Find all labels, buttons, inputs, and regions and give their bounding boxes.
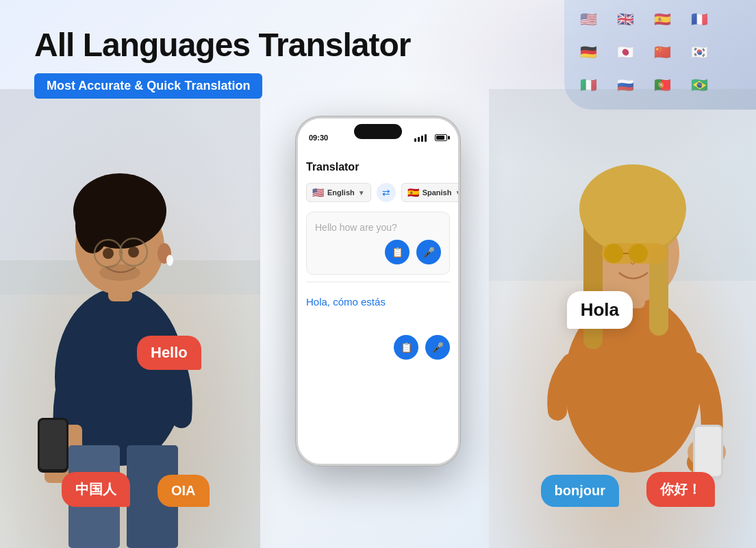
bubble-oia: OIA	[158, 475, 210, 507]
svg-point-18	[166, 255, 173, 266]
target-flag: 🇪🇸	[407, 187, 419, 198]
output-actions: 📋 🎤	[306, 335, 450, 360]
bubble-nihao: 你好！	[646, 472, 715, 507]
source-lang-label: English	[327, 188, 355, 197]
source-dropdown-icon: ▼	[358, 189, 365, 197]
svg-rect-17	[40, 420, 66, 469]
phone-mockup: 09:30 Translator 🇺🇸	[296, 116, 460, 466]
bubble-hola: Hola	[567, 291, 633, 329]
svg-point-29	[579, 164, 686, 253]
header-content: All Languages Translator Most Accurate &…	[34, 27, 410, 99]
target-language-button[interactable]: 🇪🇸 Spanish ▼	[401, 183, 460, 202]
input-text: Hello how are you?	[315, 222, 441, 233]
bubble-chinese: 中国人	[62, 472, 130, 507]
flag-fr: 🇫🇷	[682, 7, 716, 31]
flag-kr: 🇰🇷	[682, 40, 716, 64]
bubble-bonjour: bonjour	[541, 475, 619, 507]
svg-point-7	[75, 199, 110, 253]
translated-text: Hola, cómo estás	[306, 296, 450, 308]
bubble-hello: Hello	[137, 336, 201, 370]
output-area: Hola, cómo estás 📋 🎤	[306, 289, 450, 366]
target-lang-label: Spanish	[423, 188, 452, 197]
phone-time: 09:30	[309, 134, 328, 142]
svg-line-11	[120, 252, 122, 253]
flag-gb: 🇬🇧	[608, 7, 642, 31]
flag-cn: 🇨🇳	[645, 40, 679, 64]
svg-point-13	[128, 247, 139, 258]
swap-languages-button[interactable]: ⇄	[377, 183, 396, 202]
subtitle-badge: Most Accurate & Quick Translation	[34, 73, 262, 99]
input-actions: 📋 🎤	[315, 240, 441, 264]
target-dropdown-icon: ▼	[455, 189, 460, 197]
app-title: Translator	[306, 161, 450, 173]
svg-point-32	[629, 244, 648, 263]
svg-point-31	[604, 244, 623, 263]
svg-rect-36	[695, 427, 721, 476]
speak-translation-button[interactable]: 🎤	[425, 335, 450, 360]
language-bar[interactable]: 🇺🇸 English ▼ ⇄ 🇪🇸 Spanish ▼	[306, 183, 450, 202]
flag-jp: 🇯🇵	[608, 40, 642, 64]
phone-status-icons	[414, 134, 447, 142]
battery-icon	[435, 134, 447, 141]
svg-point-14	[99, 264, 140, 281]
flag-us: 🇺🇸	[571, 7, 605, 31]
copy-translation-button[interactable]: 📋	[394, 335, 418, 360]
main-title: All Languages Translator	[34, 27, 410, 64]
mic-button[interactable]: 🎤	[416, 240, 441, 264]
flag-es: 🇪🇸	[645, 7, 679, 31]
input-area[interactable]: Hello how are you? 📋 🎤	[306, 212, 450, 275]
phone-notch	[354, 124, 402, 139]
source-flag: 🇺🇸	[312, 187, 324, 198]
phone-status-bar: 09:30	[298, 119, 458, 153]
source-language-button[interactable]: 🇺🇸 English ▼	[306, 183, 371, 202]
left-person	[0, 89, 260, 548]
app-screen: Translator 🇺🇸 English ▼ ⇄ 🇪🇸 Spanish ▼ H…	[298, 153, 458, 464]
copy-button[interactable]: 📋	[385, 240, 410, 264]
flag-de: 🇩🇪	[571, 40, 605, 64]
divider	[306, 282, 450, 282]
phone-outer: 09:30 Translator 🇺🇸	[296, 116, 460, 466]
svg-point-12	[103, 248, 114, 259]
